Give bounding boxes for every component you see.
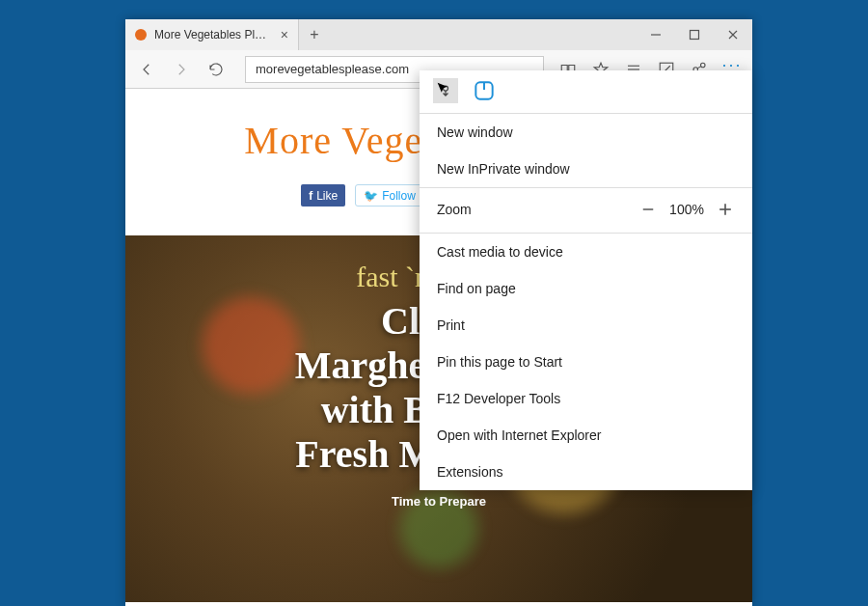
title-bar: More Vegetables Please × + (125, 19, 752, 50)
menu-extensions[interactable]: Extensions (420, 454, 752, 490)
zoom-value: 100% (662, 202, 712, 217)
menu-new-window[interactable]: New window (420, 114, 752, 151)
menu-open-ie[interactable]: Open with Internet Explorer (420, 417, 752, 454)
facebook-like-label: Like (316, 189, 338, 203)
menu-pin[interactable]: Pin this page to Start (420, 344, 752, 380)
zoom-label: Zoom (437, 202, 472, 217)
menu-print[interactable]: Print (420, 307, 752, 344)
menu-find[interactable]: Find on page (420, 270, 752, 307)
menu-icon-row (420, 70, 752, 113)
close-window-button[interactable] (714, 19, 752, 50)
menu-new-inprivate[interactable]: New InPrivate window (420, 151, 752, 187)
menu-cast[interactable]: Cast media to device (420, 234, 752, 270)
browser-tab[interactable]: More Vegetables Please × (125, 19, 299, 50)
twitter-follow-button[interactable]: 🐦 Follow (355, 184, 424, 207)
zoom-out-button[interactable] (635, 196, 662, 223)
maximize-button[interactable] (675, 19, 714, 50)
twitter-icon: 🐦 (364, 189, 378, 203)
back-button[interactable] (131, 54, 162, 85)
close-tab-button[interactable]: × (281, 27, 288, 42)
refresh-button[interactable] (201, 54, 231, 85)
facebook-like-button[interactable]: f Like (301, 184, 345, 207)
svg-point-9 (701, 63, 706, 68)
minimize-button[interactable] (637, 19, 675, 50)
twitter-follow-label: Follow (382, 189, 416, 203)
zoom-in-button[interactable] (712, 196, 739, 223)
hero-subtitle: Time to Prepare (392, 494, 486, 509)
mouse-mode-icon[interactable] (472, 78, 497, 103)
menu-devtools[interactable]: F12 Developer Tools (420, 380, 752, 417)
tab-title: More Vegetables Please (154, 28, 271, 41)
forward-button[interactable] (166, 54, 197, 85)
svg-rect-1 (691, 31, 699, 40)
new-tab-button[interactable]: + (299, 19, 330, 50)
facebook-icon: f (309, 189, 312, 203)
touch-mode-icon[interactable] (433, 78, 458, 103)
svg-line-11 (697, 66, 701, 68)
menu-zoom-row: Zoom 100% (420, 188, 752, 233)
settings-menu: New window New InPrivate window Zoom 100… (420, 70, 752, 490)
favicon-icon (135, 29, 147, 41)
